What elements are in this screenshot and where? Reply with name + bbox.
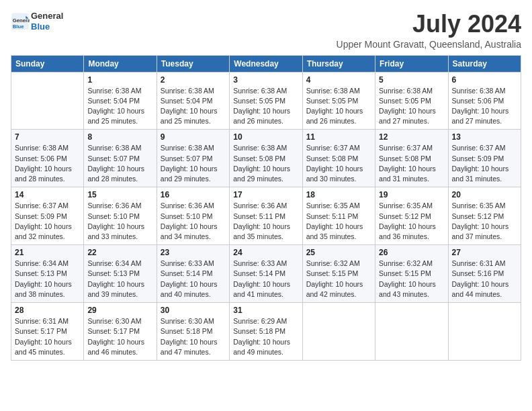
calendar-cell: 3Sunrise: 6:38 AM Sunset: 5:05 PM Daylig… [230, 72, 302, 130]
weekday-header-saturday: Saturday [448, 55, 521, 72]
day-number: 6 [452, 75, 517, 85]
day-number: 25 [306, 248, 371, 257]
calendar-cell: 24Sunrise: 6:33 AM Sunset: 5:14 PM Dayli… [230, 245, 302, 303]
day-info: Sunrise: 6:38 AM Sunset: 5:07 PM Dayligh… [87, 143, 152, 184]
day-info: Sunrise: 6:34 AM Sunset: 5:13 PM Dayligh… [15, 259, 80, 300]
day-info: Sunrise: 6:29 AM Sunset: 5:18 PM Dayligh… [233, 316, 298, 357]
day-info: Sunrise: 6:35 AM Sunset: 5:11 PM Dayligh… [306, 201, 371, 242]
calendar-cell [302, 303, 375, 361]
weekday-header-tuesday: Tuesday [157, 55, 229, 72]
day-number: 29 [87, 306, 152, 315]
day-info: Sunrise: 6:33 AM Sunset: 5:14 PM Dayligh… [161, 259, 226, 300]
weekday-header-thursday: Thursday [302, 55, 375, 72]
month-year-title: July 2024 [337, 11, 521, 38]
day-number: 23 [161, 248, 226, 257]
calendar-cell: 1Sunrise: 6:38 AM Sunset: 5:04 PM Daylig… [84, 72, 157, 130]
calendar-cell: 6Sunrise: 6:38 AM Sunset: 5:06 PM Daylig… [448, 72, 521, 130]
day-info: Sunrise: 6:30 AM Sunset: 5:17 PM Dayligh… [87, 316, 152, 357]
calendar-week-2: 7Sunrise: 6:38 AM Sunset: 5:06 PM Daylig… [11, 130, 521, 187]
day-number: 18 [306, 190, 371, 199]
weekday-header-wednesday: Wednesday [230, 55, 302, 72]
weekday-header-row: SundayMondayTuesdayWednesdayThursdayFrid… [11, 55, 521, 72]
calendar-cell: 25Sunrise: 6:32 AM Sunset: 5:15 PM Dayli… [302, 245, 375, 303]
day-number: 21 [15, 248, 80, 257]
calendar-week-4: 21Sunrise: 6:34 AM Sunset: 5:13 PM Dayli… [11, 245, 521, 303]
svg-text:Blue: Blue [13, 23, 24, 29]
day-info: Sunrise: 6:37 AM Sunset: 5:09 PM Dayligh… [15, 201, 80, 242]
day-info: Sunrise: 6:36 AM Sunset: 5:10 PM Dayligh… [161, 201, 226, 242]
day-number: 5 [379, 75, 444, 85]
day-info: Sunrise: 6:38 AM Sunset: 5:06 PM Dayligh… [15, 143, 80, 184]
calendar-cell: 13Sunrise: 6:37 AM Sunset: 5:09 PM Dayli… [448, 130, 521, 187]
day-number: 30 [161, 306, 226, 315]
day-info: Sunrise: 6:34 AM Sunset: 5:13 PM Dayligh… [87, 259, 152, 300]
day-info: Sunrise: 6:38 AM Sunset: 5:05 PM Dayligh… [306, 86, 371, 127]
day-info: Sunrise: 6:30 AM Sunset: 5:18 PM Dayligh… [161, 316, 226, 357]
day-info: Sunrise: 6:35 AM Sunset: 5:12 PM Dayligh… [452, 201, 517, 242]
day-info: Sunrise: 6:32 AM Sunset: 5:15 PM Dayligh… [306, 259, 371, 300]
calendar-cell: 26Sunrise: 6:32 AM Sunset: 5:15 PM Dayli… [375, 245, 448, 303]
day-info: Sunrise: 6:38 AM Sunset: 5:04 PM Dayligh… [161, 86, 226, 127]
day-info: Sunrise: 6:36 AM Sunset: 5:10 PM Dayligh… [87, 201, 152, 242]
calendar-cell: 21Sunrise: 6:34 AM Sunset: 5:13 PM Dayli… [11, 245, 84, 303]
calendar-cell: 22Sunrise: 6:34 AM Sunset: 5:13 PM Dayli… [84, 245, 157, 303]
day-info: Sunrise: 6:38 AM Sunset: 5:05 PM Dayligh… [379, 86, 444, 127]
day-number: 24 [233, 248, 298, 257]
day-info: Sunrise: 6:35 AM Sunset: 5:12 PM Dayligh… [379, 201, 444, 242]
calendar-cell: 8Sunrise: 6:38 AM Sunset: 5:07 PM Daylig… [84, 130, 157, 187]
day-number: 12 [379, 132, 444, 142]
calendar-cell: 14Sunrise: 6:37 AM Sunset: 5:09 PM Dayli… [11, 187, 84, 245]
calendar-cell [375, 303, 448, 361]
day-number: 4 [306, 75, 371, 85]
day-info: Sunrise: 6:38 AM Sunset: 5:07 PM Dayligh… [161, 143, 226, 184]
day-number: 11 [306, 132, 371, 142]
day-info: Sunrise: 6:37 AM Sunset: 5:08 PM Dayligh… [306, 143, 371, 184]
calendar-cell: 15Sunrise: 6:36 AM Sunset: 5:10 PM Dayli… [84, 187, 157, 245]
location-subtitle: Upper Mount Gravatt, Queensland, Austral… [337, 39, 521, 50]
day-number: 1 [87, 75, 152, 85]
day-info: Sunrise: 6:33 AM Sunset: 5:14 PM Dayligh… [233, 259, 298, 300]
calendar-cell: 29Sunrise: 6:30 AM Sunset: 5:17 PM Dayli… [84, 303, 157, 361]
day-number: 16 [161, 190, 226, 199]
weekday-header-sunday: Sunday [11, 55, 84, 72]
day-number: 20 [452, 190, 517, 199]
calendar-cell: 19Sunrise: 6:35 AM Sunset: 5:12 PM Dayli… [375, 187, 448, 245]
day-number: 9 [161, 132, 226, 142]
logo-text: General Blue [31, 11, 63, 32]
page-header: General Blue General Blue July 2024 Uppe… [11, 11, 521, 50]
day-number: 19 [379, 190, 444, 199]
weekday-header-friday: Friday [375, 55, 448, 72]
calendar-cell: 4Sunrise: 6:38 AM Sunset: 5:05 PM Daylig… [302, 72, 375, 130]
day-number: 2 [161, 75, 226, 85]
calendar-cell: 20Sunrise: 6:35 AM Sunset: 5:12 PM Dayli… [448, 187, 521, 245]
day-number: 8 [87, 132, 152, 142]
calendar-cell: 23Sunrise: 6:33 AM Sunset: 5:14 PM Dayli… [157, 245, 229, 303]
day-info: Sunrise: 6:37 AM Sunset: 5:08 PM Dayligh… [379, 143, 444, 184]
calendar-week-1: 1Sunrise: 6:38 AM Sunset: 5:04 PM Daylig… [11, 72, 521, 130]
day-info: Sunrise: 6:38 AM Sunset: 5:05 PM Dayligh… [233, 86, 298, 127]
day-info: Sunrise: 6:38 AM Sunset: 5:08 PM Dayligh… [233, 143, 298, 184]
day-info: Sunrise: 6:31 AM Sunset: 5:16 PM Dayligh… [452, 259, 517, 300]
calendar-cell: 2Sunrise: 6:38 AM Sunset: 5:04 PM Daylig… [157, 72, 229, 130]
day-number: 3 [233, 75, 298, 85]
day-info: Sunrise: 6:36 AM Sunset: 5:11 PM Dayligh… [233, 201, 298, 242]
day-number: 10 [233, 132, 298, 142]
day-number: 7 [15, 132, 80, 142]
day-number: 28 [15, 306, 80, 315]
calendar-cell: 5Sunrise: 6:38 AM Sunset: 5:05 PM Daylig… [375, 72, 448, 130]
day-number: 31 [233, 306, 298, 315]
calendar-cell: 17Sunrise: 6:36 AM Sunset: 5:11 PM Dayli… [230, 187, 302, 245]
day-info: Sunrise: 6:38 AM Sunset: 5:04 PM Dayligh… [87, 86, 152, 127]
calendar-week-5: 28Sunrise: 6:31 AM Sunset: 5:17 PM Dayli… [11, 303, 521, 361]
logo: General Blue General Blue [11, 11, 63, 32]
calendar-cell [11, 72, 84, 130]
day-number: 17 [233, 190, 298, 199]
calendar-cell: 9Sunrise: 6:38 AM Sunset: 5:07 PM Daylig… [157, 130, 229, 187]
title-area: July 2024 Upper Mount Gravatt, Queenslan… [337, 11, 521, 50]
calendar-cell: 12Sunrise: 6:37 AM Sunset: 5:08 PM Dayli… [375, 130, 448, 187]
calendar-cell: 18Sunrise: 6:35 AM Sunset: 5:11 PM Dayli… [302, 187, 375, 245]
calendar-cell: 7Sunrise: 6:38 AM Sunset: 5:06 PM Daylig… [11, 130, 84, 187]
logo-icon: General Blue [11, 12, 30, 31]
day-number: 14 [15, 190, 80, 199]
calendar-cell: 27Sunrise: 6:31 AM Sunset: 5:16 PM Dayli… [448, 245, 521, 303]
